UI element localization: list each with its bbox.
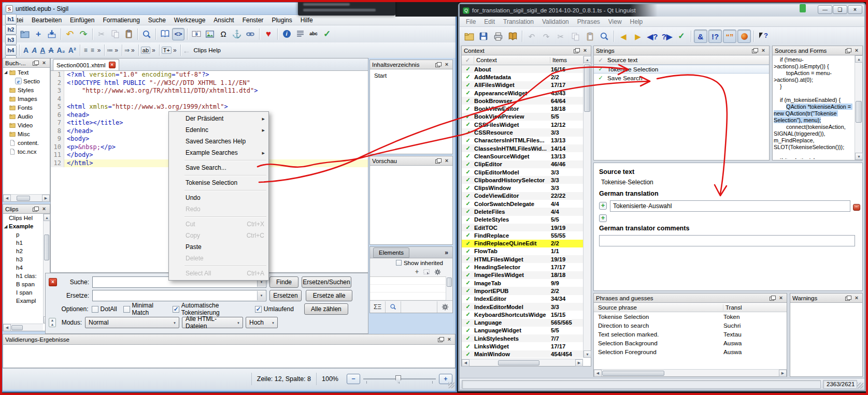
phrase-row[interactable]: Direction to search Suchri — [594, 321, 787, 330]
translator-comments-input[interactable] — [599, 235, 855, 246]
menu-item[interactable]: View — [604, 17, 626, 26]
minimize-button[interactable]: — — [818, 5, 832, 14]
context-row[interactable]: ✓ KeyboardShortcutsWidge 15/15 — [462, 311, 583, 318]
phrasebook-button[interactable] — [506, 30, 519, 43]
dock-close-icon[interactable] — [40, 206, 48, 212]
dock-float-icon[interactable] — [437, 337, 444, 343]
whats-this-button[interactable]: ? — [757, 30, 770, 43]
heading-button[interactable]: h1 — [5, 14, 17, 24]
context-vscrollbar[interactable]: ▲ ▼ — [583, 56, 591, 358]
open-file-button[interactable] — [19, 28, 31, 40]
print-button[interactable] — [491, 30, 505, 43]
clip-item[interactable]: Clips Hel — [3, 214, 43, 222]
dock-float-icon[interactable] — [769, 295, 776, 301]
menu-item[interactable]: Hilfe — [296, 16, 317, 25]
clip-item[interactable]: B span — [3, 280, 43, 288]
menu-item[interactable]: Translation — [499, 17, 538, 26]
context-row[interactable]: ✓ DeleteFiles 4/4 — [462, 208, 583, 215]
find-option-checkbox[interactable]: DotAll — [92, 302, 117, 316]
insert-link-button[interactable] — [244, 28, 257, 40]
sources-vscrollbar[interactable]: ▲ ▼ — [855, 55, 862, 160]
donate-heart-icon[interactable]: ♥ — [262, 28, 275, 40]
gear-icon[interactable] — [434, 269, 441, 275]
overflow-chevron-icon[interactable]: » — [173, 47, 177, 54]
find-replace-button[interactable] — [140, 28, 153, 40]
dock-float-icon[interactable] — [573, 48, 580, 54]
find-button[interactable] — [597, 30, 611, 43]
context-row[interactable]: ✓ AddMetadata 2/2 — [462, 73, 583, 81]
copy-icon[interactable] — [109, 28, 121, 40]
menu-item[interactable]: Suche — [144, 16, 170, 25]
format-button[interactable]: A₂ — [57, 46, 65, 54]
done-column-icon[interactable]: ✓ — [462, 56, 474, 64]
context-row[interactable]: ✓ HeadingSelector 17/17 — [462, 263, 583, 271]
clip-item[interactable]: h1 clas: — [3, 272, 43, 280]
context-row[interactable]: ✓ FlowTab 1/1 — [462, 247, 583, 255]
find-option-checkbox[interactable]: Automatische Tokenisierung — [173, 302, 249, 316]
context-hscrollbar[interactable]: ◀ ▶ — [462, 359, 583, 366]
context-row[interactable]: ✓ ImageFilesWidget 18/18 — [462, 271, 583, 279]
dock-close-icon[interactable] — [853, 295, 860, 301]
context-menu-item[interactable]: Paste — [169, 241, 268, 253]
menu-item[interactable]: Ansicht — [209, 16, 238, 25]
heading-button[interactable]: h3 — [5, 35, 17, 45]
dock-close-icon[interactable] — [581, 48, 589, 54]
book-browser-item[interactable]: e Fonts — [3, 103, 50, 112]
clip-item[interactable]: h3 — [3, 255, 43, 264]
toggle-ending-punctuation-button[interactable]: !? — [708, 30, 722, 43]
code-view-button[interactable]: <> — [172, 28, 184, 40]
add-property-icon[interactable]: + — [415, 268, 419, 275]
undo-icon[interactable]: ↶ — [64, 28, 76, 40]
source-code-view[interactable]: if (!menu->actions().isEmpty()) { topAct… — [774, 56, 854, 159]
replace-find-button[interactable]: Ersetzen/Suchen — [302, 276, 351, 288]
zoom-slider[interactable] — [363, 374, 436, 384]
replace-button[interactable]: Ersetzen — [269, 290, 302, 301]
element-property-list[interactable] — [370, 276, 452, 300]
context-row[interactable]: ✓ CSSFilesWidget 12/12 — [462, 121, 583, 128]
context-row[interactable]: ✓ About 16/16 — [462, 65, 583, 73]
metadata-editor-button[interactable]: i — [280, 28, 293, 40]
translation-column-header[interactable]: Transl — [723, 304, 742, 311]
context-row[interactable]: ✓ CharactersInHTMLFiles... 13/13 — [462, 137, 583, 144]
book-view-button[interactable] — [159, 28, 171, 40]
dock-float-icon[interactable] — [751, 48, 758, 54]
dock-float-icon[interactable] — [844, 48, 851, 54]
overflow-chevron-icon[interactable]: » — [115, 47, 118, 54]
redo-icon[interactable]: ↷ — [77, 28, 90, 40]
book-browser-item[interactable]: e toc.ncx — [3, 147, 50, 156]
string-row[interactable]: ✓ Save Search — [594, 74, 769, 82]
resize-grip[interactable] — [448, 382, 454, 388]
book-browser-item[interactable]: e Video — [3, 121, 50, 129]
clip-item[interactable]: I span — [3, 288, 43, 297]
context-row[interactable]: ✓ MainWindow 454/454 — [462, 350, 583, 358]
replace-input[interactable] — [92, 290, 266, 301]
context-row[interactable]: ✓ BookViewPreview 5/5 — [462, 113, 583, 121]
context-row[interactable]: ✓ ClipEditorModel 3/3 — [462, 168, 583, 176]
context-row[interactable]: ✓ Language 565/565 — [462, 319, 583, 327]
casing-icon[interactable]: ab — [141, 47, 150, 54]
format-button[interactable]: A² — [68, 46, 76, 54]
dock-float-icon[interactable] — [434, 158, 442, 164]
settings-gear-icon[interactable] — [437, 301, 452, 313]
context-row[interactable]: ✓ AllFilesWidget 17/17 — [462, 81, 583, 89]
book-browser-item[interactable]: e Audio — [3, 112, 50, 121]
list-icon[interactable]: ≔ — [107, 47, 113, 54]
expander-icon[interactable] — [4, 224, 9, 229]
context-row[interactable]: ✓ LinksWidget 17/17 — [462, 342, 583, 350]
overflow-chevron-icon[interactable]: » — [445, 249, 448, 256]
toggle-place-markers-button[interactable] — [737, 30, 751, 43]
dock-close-icon[interactable] — [443, 158, 450, 164]
save-button[interactable] — [477, 30, 490, 43]
source-text-column-header[interactable]: Source text — [607, 57, 637, 63]
heading-button[interactable]: h4 — [5, 45, 17, 55]
context-row[interactable]: ✓ BookViewEditor 18/18 — [462, 105, 583, 112]
remove-translation-icon[interactable]: − — [853, 204, 860, 211]
close-button[interactable]: × — [848, 5, 862, 14]
tab-close-icon[interactable]: × — [109, 62, 116, 68]
paste-icon[interactable] — [122, 28, 135, 40]
add-translation-icon[interactable]: + — [599, 214, 607, 222]
book-browser-item[interactable]: e content. — [3, 138, 50, 147]
paste-icon[interactable] — [583, 30, 596, 43]
menu-item[interactable]: File — [462, 17, 480, 26]
direction-select[interactable]: Hoch — [246, 317, 278, 328]
